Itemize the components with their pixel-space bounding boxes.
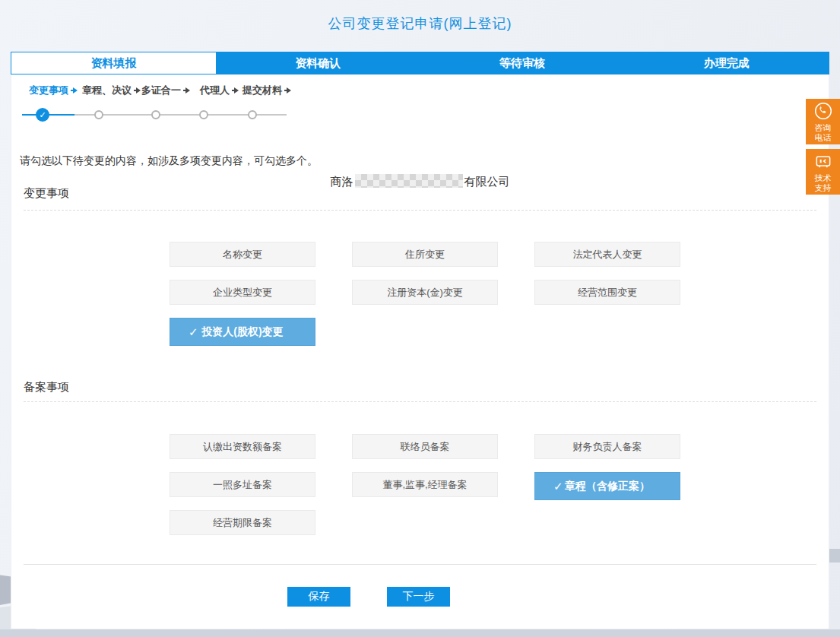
content-panel: 变更事项 章程、决议 多证合一 代理人 提交材料 请勾选以下待变更的内容，如涉及… (11, 74, 829, 629)
step-submit-materials[interactable]: 提交材料 (242, 84, 291, 97)
check-icon (189, 325, 198, 339)
background-ribbon (829, 549, 840, 563)
tab-data-confirm[interactable]: 资料确认 (216, 52, 420, 74)
option-registered-capital-change[interactable]: 注册资本(金)变更 (352, 280, 498, 305)
option-liaison-filing[interactable]: 联络员备案 (352, 434, 498, 459)
tech-support-icon (813, 151, 833, 171)
change-options-grid: 名称变更 住所变更 法定代表人变更 企业类型变更 注册资本(金)变更 经营范围变… (170, 242, 680, 356)
tab-complete[interactable]: 办理完成 (624, 52, 829, 74)
option-business-term-filing[interactable]: 经营期限备案 (170, 510, 315, 535)
option-business-scope-change[interactable]: 经营范围变更 (534, 280, 680, 305)
option-legal-rep-change[interactable]: 法定代表人变更 (534, 242, 680, 267)
phone-icon (813, 101, 833, 121)
background-bottom-band (0, 629, 840, 637)
redacted-company-name-block (355, 174, 463, 188)
step-arrow-icon (284, 87, 291, 93)
option-subscribed-capital-filing[interactable]: 认缴出资数额备案 (170, 434, 315, 459)
step-dot (248, 110, 257, 119)
section-title-filing-items: 备案事项 (24, 380, 69, 395)
section-divider (24, 210, 816, 211)
company-name: 商洛有限公司 (11, 174, 829, 189)
tab-data-entry[interactable]: 资料填报 (11, 52, 216, 74)
step-change-items[interactable]: 变更事项 (29, 84, 78, 97)
tab-await-review[interactable]: 等待审核 (420, 52, 625, 74)
side-button-group: 咨询电话 技术支持 (806, 99, 840, 195)
step-agent[interactable]: 代理人 (200, 84, 239, 97)
option-name-change[interactable]: 名称变更 (170, 242, 315, 267)
option-finance-officer-filing[interactable]: 财务负责人备案 (534, 434, 680, 459)
save-button[interactable]: 保存 (287, 587, 350, 607)
step-dot (151, 110, 160, 119)
step-dot (199, 110, 208, 119)
tab-bar: 资料填报 资料确认 等待审核 办理完成 (11, 52, 829, 74)
section-title-change-items: 变更事项 (24, 186, 69, 201)
section-divider (24, 401, 816, 402)
page-title: 公司变更登记申请(网上登记) (0, 14, 840, 33)
option-address-change[interactable]: 住所变更 (352, 242, 498, 267)
step-arrow-icon (71, 87, 78, 93)
step-arrow-icon (134, 87, 141, 93)
option-multi-address-filing[interactable]: 一照多址备案 (170, 472, 315, 497)
check-icon (553, 480, 563, 493)
step-arrow-icon (232, 87, 239, 93)
option-directors-supervisors-filing[interactable]: 董事,监事,经理备案 (352, 472, 498, 497)
option-charter-amendment-filing[interactable]: 章程（含修正案） (534, 472, 680, 500)
step-multi-cert[interactable]: 多证合一 (141, 84, 190, 97)
step-arrow-icon (183, 87, 190, 93)
instruction-text: 请勾选以下待变更的内容，如涉及多项变更内容，可勾选多个。 (20, 154, 318, 168)
option-enterprise-type-change[interactable]: 企业类型变更 (170, 280, 315, 305)
next-step-button[interactable]: 下一步 (387, 587, 450, 607)
tech-support-button[interactable]: 技术支持 (806, 149, 840, 195)
consult-phone-button[interactable]: 咨询电话 (806, 99, 840, 144)
step-charter-resolution[interactable]: 章程、决议 (82, 84, 141, 97)
filing-options-grid: 认缴出资数额备案 联络员备案 财务负责人备案 一照多址备案 董事,监事,经理备案… (170, 434, 680, 548)
footer-divider (24, 564, 816, 565)
step-dot (94, 110, 103, 119)
option-investor-equity-change[interactable]: 投资人(股权)变更 (170, 318, 315, 346)
step-current-check-icon (36, 108, 49, 122)
